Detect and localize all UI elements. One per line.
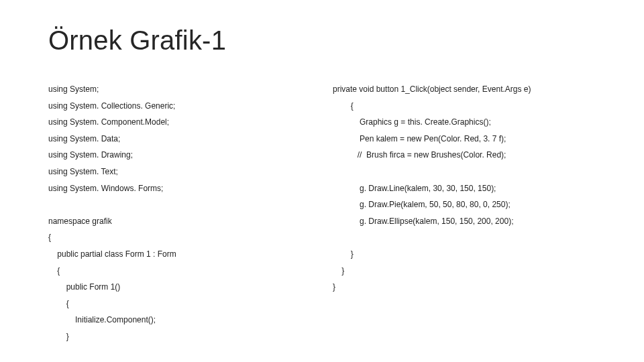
content-columns: using System;using System. Collections. … xyxy=(48,81,604,345)
code-line: using System. Component.Model; xyxy=(48,114,319,131)
slide: Örnek Grafik-1 using System;using System… xyxy=(0,0,644,362)
code-line: } xyxy=(333,246,604,263)
code-line: public Form 1() xyxy=(48,279,319,296)
code-line xyxy=(333,164,604,180)
code-line: g. Draw.Line(kalem, 30, 30, 150, 150); xyxy=(333,180,604,197)
code-line: { xyxy=(48,263,319,280)
code-column-left: using System;using System. Collections. … xyxy=(48,81,319,345)
code-line: Pen kalem = new Pen(Color. Red, 3. 7 f); xyxy=(333,131,604,147)
code-line: { xyxy=(333,98,604,115)
code-line: } xyxy=(48,328,319,345)
code-line: using System. Collections. Generic; xyxy=(48,98,319,115)
code-line: using System. Data; xyxy=(48,131,319,147)
code-line xyxy=(48,196,319,213)
code-line xyxy=(333,229,604,246)
code-column-right: private void button 1_Click(object sende… xyxy=(333,81,604,345)
code-line: // Brush firca = new Brushes(Color. Red)… xyxy=(333,147,604,164)
code-line: using System. Windows. Forms; xyxy=(48,180,319,197)
code-line: Graphics g = this. Create.Graphics(); xyxy=(333,114,604,131)
code-line: public partial class Form 1 : Form xyxy=(48,246,319,263)
code-line: { xyxy=(48,296,319,312)
page-title: Örnek Grafik-1 xyxy=(48,25,604,56)
code-line: } xyxy=(333,279,604,296)
code-line: using System. Drawing; xyxy=(48,147,319,164)
code-line: using System. Text; xyxy=(48,164,319,180)
code-line: namespace grafik xyxy=(48,213,319,230)
code-line: Initialize.Component(); xyxy=(48,312,319,328)
code-line: using System; xyxy=(48,81,319,98)
code-line: } xyxy=(333,263,604,280)
code-line: private void button 1_Click(object sende… xyxy=(333,81,604,98)
code-line: g. Draw.Pie(kalem, 50, 50, 80, 80, 0, 25… xyxy=(333,196,604,213)
code-line: g. Draw.Ellipse(kalem, 150, 150, 200, 20… xyxy=(333,213,604,230)
code-line: { xyxy=(48,229,319,246)
